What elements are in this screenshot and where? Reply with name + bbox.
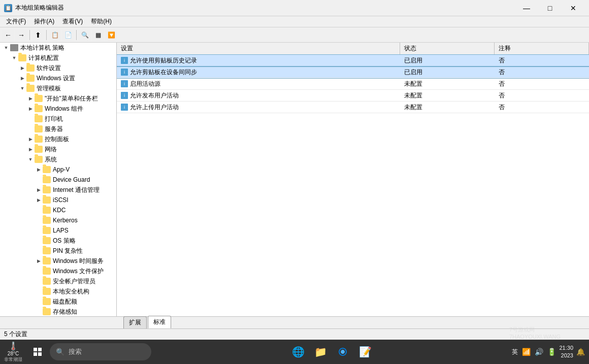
tree-computer-config[interactable]: 计算机配置 xyxy=(0,53,116,63)
svg-rect-0 xyxy=(34,348,37,351)
tree-admin-templates[interactable]: 管理模板 xyxy=(0,83,116,93)
tree-local-security[interactable]: 本地安全机构 xyxy=(0,286,116,296)
start-button[interactable] xyxy=(27,342,48,362)
table-row[interactable]: i允许使用剪贴板历史记录已启用否 xyxy=(117,55,589,67)
taskbar-app-notes[interactable]: 📝 xyxy=(355,342,375,362)
folder-icon-fp xyxy=(43,268,51,275)
menu-help[interactable]: 帮助(H) xyxy=(87,16,116,27)
table-row[interactable]: i启用活动源未配置否 xyxy=(117,78,589,90)
row-status: 未配置 xyxy=(400,78,495,90)
search-placeholder: 搜索 xyxy=(69,347,82,356)
maximize-button[interactable]: □ xyxy=(538,0,562,16)
table-row[interactable]: i允许发布用户活动未配置否 xyxy=(117,90,589,102)
row-status: 未配置 xyxy=(400,90,495,102)
tree-cc-label: 计算机配置 xyxy=(28,54,59,62)
tree-iscsi-label: iSCSI xyxy=(53,196,69,204)
notification-icon[interactable]: 🔔 xyxy=(576,348,585,356)
row-note: 否 xyxy=(495,102,589,113)
tree-arrow-sm xyxy=(26,94,35,103)
tree-system[interactable]: 系统 xyxy=(0,154,116,164)
menu-action[interactable]: 操作(A) xyxy=(30,16,58,27)
toolbar-copy[interactable]: 📋 xyxy=(49,29,61,41)
menu-file[interactable]: 文件(F) xyxy=(2,16,30,27)
tree-file-protection[interactable]: Windows 文件保护 xyxy=(0,266,116,276)
tree-pin[interactable]: PIN 复杂性 xyxy=(0,246,116,256)
col-note[interactable]: 注释 xyxy=(495,43,589,55)
svg-rect-1 xyxy=(38,348,42,351)
lang-icon[interactable]: 英 xyxy=(512,348,518,356)
row-name: 允许发布用户活动 xyxy=(130,91,179,100)
tree-dg-label: Device Guard xyxy=(53,176,90,183)
toolbar-view[interactable]: ▦ xyxy=(92,29,104,41)
close-button[interactable]: ✕ xyxy=(562,0,585,16)
right-panel: 设置 状态 注释 i允许使用剪贴板历史记录已启用否i允许剪贴板在设备间同步已启用… xyxy=(117,43,589,316)
toolbar-paste[interactable]: 📄 xyxy=(62,29,74,41)
tree-control-panel[interactable]: 控制面板 xyxy=(0,134,116,144)
folder-icon-ls xyxy=(43,288,51,295)
taskbar-app-edge[interactable] xyxy=(333,342,353,362)
weather-icon: 🌡️ xyxy=(8,341,18,351)
row-name: 允许使用剪贴板历史记录 xyxy=(130,56,197,65)
search-bar[interactable]: 🔍 搜索 xyxy=(50,343,151,360)
time-display: 21:30 xyxy=(559,344,573,352)
tree-net-label: 网络 xyxy=(45,145,57,154)
clock[interactable]: 21:30 2023 xyxy=(559,344,573,360)
battery-icon[interactable]: 🔋 xyxy=(547,348,556,356)
tree-internet-comm[interactable]: Internet 通信管理 xyxy=(0,185,116,195)
minimize-button[interactable]: — xyxy=(515,0,538,16)
row-status: 已启用 xyxy=(400,67,495,78)
tree-windows-settings[interactable]: Windows 设置 xyxy=(0,73,116,83)
tree-at-label: 管理模板 xyxy=(37,84,61,93)
svg-rect-3 xyxy=(38,352,42,356)
tab-expand[interactable]: 扩展 xyxy=(123,316,147,328)
folder-icon-wc xyxy=(35,105,43,112)
tree-kerberos[interactable]: Kerberos xyxy=(0,215,116,225)
menu-view[interactable]: 查看(V) xyxy=(58,16,87,27)
row-icon: i xyxy=(121,104,128,111)
toolbar-properties[interactable]: 🔍 xyxy=(79,29,91,41)
row-note: 否 xyxy=(495,90,589,102)
toolbar-up[interactable]: ⬆ xyxy=(32,29,44,41)
folder-icon-appv xyxy=(43,166,51,173)
network-icon[interactable]: 📶 xyxy=(522,348,531,356)
folder-icon-sys xyxy=(35,156,43,163)
tree-start-menu[interactable]: "开始"菜单和任务栏 xyxy=(0,93,116,104)
tab-standard[interactable]: 标准 xyxy=(148,316,171,328)
tree-kdc[interactable]: KDC xyxy=(0,205,116,215)
row-status: 未配置 xyxy=(400,102,495,113)
tree-ls-label: 本地安全机构 xyxy=(53,287,89,296)
col-status[interactable]: 状态 xyxy=(400,43,495,55)
toolbar-forward[interactable]: → xyxy=(15,29,27,41)
tree-iscsi[interactable]: iSCSI xyxy=(0,195,116,205)
toolbar-back[interactable]: ← xyxy=(2,29,14,41)
tree-storage-sense[interactable]: 存储感知 xyxy=(0,307,116,316)
table-row[interactable]: i允许剪贴板在设备间同步已启用否 xyxy=(117,67,589,78)
tree-sw-label: 软件设置 xyxy=(37,64,61,73)
tree-network[interactable]: 网络 xyxy=(0,144,116,154)
table-row[interactable]: i允许上传用户活动未配置否 xyxy=(117,102,589,113)
tree-time-service[interactable]: Windows 时间服务 xyxy=(0,256,116,266)
col-settings[interactable]: 设置 xyxy=(117,43,400,55)
tray-icons: 英 📶 🔊 🔋 xyxy=(512,348,556,356)
tree-appv[interactable]: App-V xyxy=(0,164,116,175)
tree-software[interactable]: 软件设置 xyxy=(0,63,116,73)
speaker-icon[interactable]: 🔊 xyxy=(535,348,543,356)
taskbar: 🌡️ 28°C 非常潮湿 🔍 搜索 🌐 📁 📝 xyxy=(0,340,589,364)
tree-laps[interactable]: LAPS xyxy=(0,225,116,236)
taskbar-app-files[interactable]: 📁 xyxy=(310,342,331,362)
tree-server[interactable]: 服务器 xyxy=(0,124,116,134)
svg-rect-2 xyxy=(34,352,37,356)
tree-root[interactable]: 本地计算机 策略 xyxy=(0,43,116,53)
taskbar-app-browser[interactable]: 🌐 xyxy=(288,342,308,362)
tree-printer[interactable]: 打印机 xyxy=(0,114,116,124)
tree-win-components[interactable]: Windows 组件 xyxy=(0,104,116,114)
toolbar-filter[interactable]: 🔽 xyxy=(105,29,117,41)
tabs-bar: 扩展 标准 xyxy=(0,316,589,328)
tree-security-account[interactable]: 安全帐户管理员 xyxy=(0,276,116,286)
tree-device-guard[interactable]: Device Guard xyxy=(0,175,116,185)
tree-disk-quota[interactable]: 磁盘配额 xyxy=(0,296,116,307)
tree-os-policy[interactable]: OS 策略 xyxy=(0,236,116,246)
weather-widget[interactable]: 🌡️ 28°C 非常潮湿 xyxy=(4,341,22,363)
system-tray: 英 📶 🔊 🔋 21:30 2023 🔔 xyxy=(512,344,585,360)
search-icon: 🔍 xyxy=(56,348,64,356)
